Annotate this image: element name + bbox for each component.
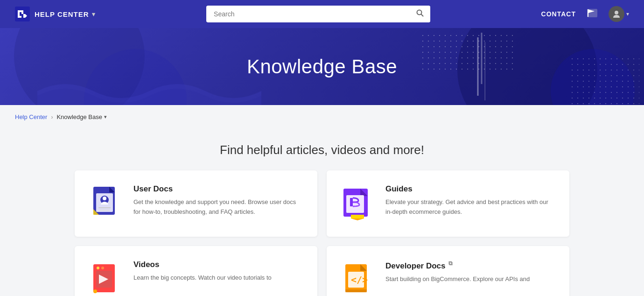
svg-point-29 xyxy=(101,267,104,269)
section-title: Find helpful articles, videos and more! xyxy=(75,143,569,157)
avatar-dropdown-icon: ▾ xyxy=(626,11,629,17)
hero-dots-2 xyxy=(569,56,639,105)
guides-title: Guides xyxy=(385,184,555,194)
search-area xyxy=(96,6,541,22)
card-videos[interactable]: Videos Learn the big concepts. Watch our… xyxy=(75,246,317,296)
brand-logo-icon xyxy=(15,7,30,21)
card-user-docs[interactable]: User Docs Get the knowledge and support … xyxy=(75,170,317,237)
svg-point-28 xyxy=(97,267,99,269)
navbar: HELP CENTER ▾ CONTACT xyxy=(0,0,644,28)
user-docs-icon xyxy=(89,184,122,223)
user-docs-title: User Docs xyxy=(133,184,303,194)
breadcrumb-home[interactable]: Help Center xyxy=(15,113,47,120)
svg-rect-18 xyxy=(98,207,111,208)
card-developer-docs[interactable]: </> Developer Docs ⧉ Start building on B… xyxy=(327,246,569,296)
breadcrumb: Help Center › Knowledge Base ▾ xyxy=(0,105,644,129)
card-guides[interactable]: Guides Elevate your strategy. Get advice… xyxy=(327,170,569,237)
developer-docs-description: Start building on BigCommerce. Explore o… xyxy=(385,275,530,284)
hero-banner: Knowledge Base xyxy=(0,28,644,105)
search-form xyxy=(206,6,430,22)
videos-text: Videos Learn the big concepts. Watch our… xyxy=(133,260,272,283)
svg-point-17 xyxy=(103,197,106,200)
brand-logo-link[interactable]: HELP CENTER ▾ xyxy=(15,7,96,21)
videos-title: Videos xyxy=(133,260,272,269)
search-icon xyxy=(416,9,424,17)
nav-right: CONTACT ▾ xyxy=(541,6,629,22)
guides-description: Elevate your strategy. Get advice and be… xyxy=(385,197,555,217)
search-input[interactable] xyxy=(206,7,410,21)
guides-text: Guides Elevate your strategy. Get advice… xyxy=(385,184,555,217)
svg-rect-25 xyxy=(351,215,364,218)
svg-point-33 xyxy=(93,289,97,293)
flag-icon[interactable] xyxy=(587,9,597,20)
brand-text-wrap: HELP CENTER ▾ xyxy=(35,10,96,18)
brand-dropdown-icon[interactable]: ▾ xyxy=(92,11,96,18)
guides-icon xyxy=(341,184,374,223)
videos-description: Learn the big concepts. Watch our video … xyxy=(133,273,272,283)
hero-title: Knowledge Base xyxy=(247,56,397,78)
avatar-menu[interactable]: ▾ xyxy=(609,6,629,22)
videos-icon xyxy=(89,260,122,296)
breadcrumb-separator: › xyxy=(51,114,53,120)
developer-docs-title: Developer Docs ⧉ xyxy=(385,260,530,271)
svg-point-8 xyxy=(615,11,618,14)
svg-rect-19 xyxy=(99,210,110,211)
user-docs-text: User Docs Get the knowledge and support … xyxy=(133,184,303,217)
contact-link[interactable]: CONTACT xyxy=(541,10,576,18)
svg-marker-26 xyxy=(351,218,364,220)
user-docs-description: Get the knowledge and support you need. … xyxy=(133,197,303,217)
hero-wave-svg xyxy=(37,72,261,105)
external-link-icon: ⧉ xyxy=(448,260,453,267)
breadcrumb-dropdown-icon: ▾ xyxy=(104,114,107,120)
avatar xyxy=(609,6,624,22)
developer-docs-icon: </> xyxy=(341,260,374,296)
developer-docs-text: Developer Docs ⧉ Start building on BigCo… xyxy=(385,260,530,284)
hero-dots-1 xyxy=(420,33,513,70)
hero-lines-svg xyxy=(476,28,485,105)
svg-rect-24 xyxy=(350,198,353,206)
main-content: Find helpful articles, videos and more! xyxy=(65,143,579,296)
search-button[interactable] xyxy=(410,6,430,22)
cards-grid: User Docs Get the knowledge and support … xyxy=(75,170,569,296)
svg-text:</>: </> xyxy=(351,274,368,285)
breadcrumb-current[interactable]: Knowledge Base ▾ xyxy=(56,113,107,120)
svg-rect-38 xyxy=(345,289,367,292)
svg-line-4 xyxy=(421,14,423,16)
brand-text: HELP CENTER xyxy=(35,10,89,18)
